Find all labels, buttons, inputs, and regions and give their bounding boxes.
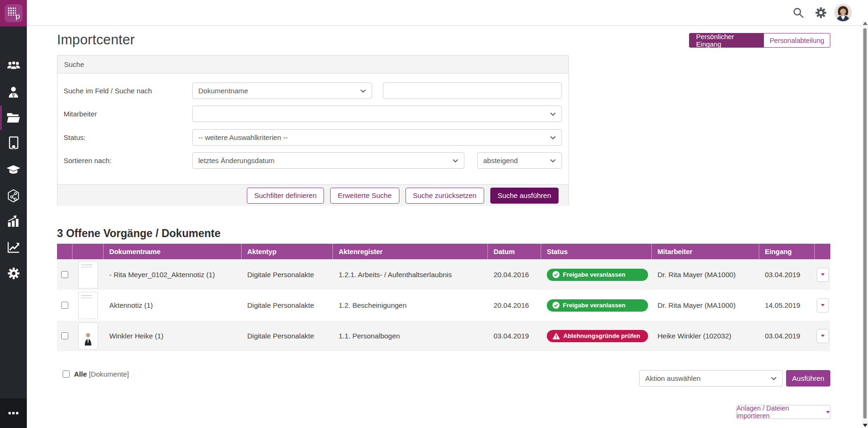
select-all-suffix: [Dokumente] bbox=[89, 370, 129, 378]
mitarbeiter-select[interactable] bbox=[192, 106, 562, 122]
chevron-down-icon bbox=[453, 159, 458, 163]
person-tie-icon bbox=[8, 86, 19, 98]
search-panel-header: Suche bbox=[57, 56, 568, 74]
cell-mitarbeiter: Heike Winkler (102032) bbox=[652, 332, 759, 340]
search-icon[interactable] bbox=[792, 7, 804, 19]
col-status: Status bbox=[541, 244, 652, 259]
table-row[interactable]: Aktennotiz (1) Digitale Personalakte 1.2… bbox=[57, 290, 830, 321]
status-badge: Freigabe veranlassen bbox=[547, 269, 648, 281]
sidebar-item-certificate[interactable] bbox=[0, 131, 27, 155]
cell-aktentyp: Digitale Personalakte bbox=[242, 332, 333, 340]
cell-aktenregister: 1.1. Personalbogen bbox=[333, 332, 488, 340]
advanced-search-button[interactable]: Erweiterte Suche bbox=[330, 188, 399, 204]
user-avatar[interactable] bbox=[835, 4, 852, 21]
page-title: Importcenter bbox=[57, 32, 135, 48]
status-select[interactable]: -- weitere Auswahlkriterien -- bbox=[192, 129, 562, 146]
sidebar-item-analytics[interactable] bbox=[0, 235, 27, 259]
sidebar-item-settings[interactable] bbox=[0, 261, 27, 286]
scroll-down-arrow-icon[interactable] bbox=[863, 424, 868, 427]
sidebar-item-person[interactable] bbox=[0, 80, 27, 104]
row-actions-dropdown[interactable] bbox=[817, 329, 829, 343]
cell-eingang: 03.04.2019 bbox=[759, 271, 815, 279]
field-label-suche-im-feld: Suche im Feld / Suche nach bbox=[64, 82, 152, 99]
define-search-filter-button[interactable]: Suchfilter definieren bbox=[247, 188, 324, 204]
col-checkbox bbox=[57, 244, 73, 259]
col-dokumentname: Dokumentname bbox=[104, 244, 242, 259]
app-logo[interactable]: p bbox=[0, 0, 27, 26]
gear-icon[interactable] bbox=[815, 7, 827, 19]
table-row[interactable]: - Rita Meyer_0102_Aktennotiz (1) Digital… bbox=[57, 259, 830, 290]
row-actions-dropdown[interactable] bbox=[817, 268, 829, 282]
line-chart-icon bbox=[7, 241, 20, 253]
caret-down-icon bbox=[821, 273, 825, 276]
cell-mitarbeiter: Dr. Rita Mayer (MA1000) bbox=[652, 301, 759, 309]
cell-mitarbeiter: Dr. Rita Mayer (MA1000) bbox=[652, 271, 759, 279]
col-thumbnail bbox=[73, 244, 104, 259]
cell-datum: 03.04.2019 bbox=[488, 332, 541, 340]
col-eingang: Eingang bbox=[759, 244, 815, 259]
sort-direction-select[interactable]: absteigend bbox=[477, 152, 562, 169]
sidebar-item-reports[interactable] bbox=[0, 209, 27, 233]
row-checkbox[interactable] bbox=[61, 271, 68, 278]
row-checkbox[interactable] bbox=[61, 302, 68, 309]
cell-aktenregister: 1.2.1. Arbeits- / Aufenthaltserlaubnis bbox=[333, 271, 488, 279]
certificate-icon bbox=[8, 136, 19, 149]
tab-personalabteilung[interactable]: Personalabteilung bbox=[764, 33, 830, 48]
caret-down-icon bbox=[821, 335, 825, 337]
sidebar-item-connections[interactable] bbox=[0, 183, 27, 208]
check-circle-icon bbox=[552, 271, 560, 278]
cell-aktenregister: 1.2. Bescheinigungen bbox=[333, 301, 488, 309]
check-circle-icon bbox=[552, 302, 560, 309]
hexagon-share-icon bbox=[7, 189, 20, 203]
chevron-down-icon bbox=[360, 89, 366, 93]
top-bar: p bbox=[0, 0, 868, 26]
inbox-tabs: Persönlicher Eingang Personalabteilung bbox=[689, 33, 830, 48]
col-aktentyp: Aktentyp bbox=[242, 244, 333, 259]
search-term-input[interactable] bbox=[383, 82, 562, 99]
col-aktenregister: Aktenregister bbox=[333, 244, 488, 259]
search-field-select[interactable]: Dokumentname bbox=[192, 82, 372, 99]
search-panel: Suche Suche im Feld / Suche nach Mitarbe… bbox=[57, 55, 569, 206]
status-badge: Ablehnungsgründe prüfen bbox=[547, 330, 648, 342]
chevron-down-icon bbox=[550, 136, 556, 140]
table-header-row: Dokumentname Aktentyp Aktenregister Datu… bbox=[57, 244, 830, 259]
select-all-label: Alle bbox=[74, 370, 87, 378]
sidebar-item-more[interactable] bbox=[0, 398, 27, 428]
execute-action-button[interactable]: Ausführen bbox=[786, 370, 830, 387]
import-files-button[interactable]: Anlagen / Dateien importieren bbox=[736, 405, 830, 419]
vertical-scrollbar[interactable] bbox=[862, 21, 868, 428]
sidebar-nav bbox=[0, 26, 27, 428]
cell-aktentyp: Digitale Personalakte bbox=[242, 301, 333, 309]
select-all-checkbox[interactable] bbox=[63, 370, 70, 378]
cell-datum: 20.04.2016 bbox=[488, 301, 541, 309]
cell-eingang: 14.05.2019 bbox=[759, 301, 815, 309]
sort-by-select[interactable]: letztes Änderungsdatum bbox=[192, 152, 464, 169]
col-mitarbeiter: Mitarbeiter bbox=[652, 244, 759, 259]
gear-icon bbox=[7, 267, 20, 280]
documents-table: Dokumentname Aktentyp Aktenregister Datu… bbox=[57, 244, 830, 351]
row-checkbox[interactable] bbox=[61, 332, 68, 339]
results-title: 3 Offene Vorgänge / Dokumente bbox=[57, 227, 220, 240]
field-label-mitarbeiter: Mitarbeiter bbox=[64, 106, 97, 122]
graduation-cap-icon bbox=[6, 165, 21, 174]
document-thumbnail bbox=[78, 292, 98, 319]
photo-thumbnail bbox=[78, 322, 98, 350]
logo-icon: p bbox=[5, 4, 23, 22]
chevron-down-icon bbox=[550, 159, 556, 163]
sidebar-item-training[interactable] bbox=[0, 157, 27, 181]
scroll-up-arrow-icon[interactable] bbox=[863, 22, 868, 25]
field-label-sortieren-nach: Sortieren nach: bbox=[64, 152, 112, 169]
sidebar-item-documents[interactable] bbox=[0, 106, 27, 130]
document-thumbnail bbox=[78, 261, 98, 288]
row-actions-dropdown[interactable] bbox=[817, 298, 829, 313]
sidebar-item-people-group[interactable] bbox=[0, 53, 27, 77]
scrollbar-thumb[interactable] bbox=[863, 28, 867, 419]
table-row[interactable]: Winkler Heike (1) Digitale Personalakte … bbox=[57, 321, 830, 351]
bulk-action-select[interactable]: Aktion auswählen bbox=[639, 370, 783, 387]
cell-aktentyp: Digitale Personalakte bbox=[242, 271, 333, 279]
bar-chart-icon bbox=[7, 215, 20, 227]
select-all-row: Alle [Dokumente] bbox=[63, 370, 129, 378]
tab-persoenlicher-eingang[interactable]: Persönlicher Eingang bbox=[689, 33, 764, 48]
execute-search-button[interactable]: Suche ausführen bbox=[490, 188, 559, 204]
reset-search-button[interactable]: Suche zurücksetzen bbox=[406, 188, 484, 204]
